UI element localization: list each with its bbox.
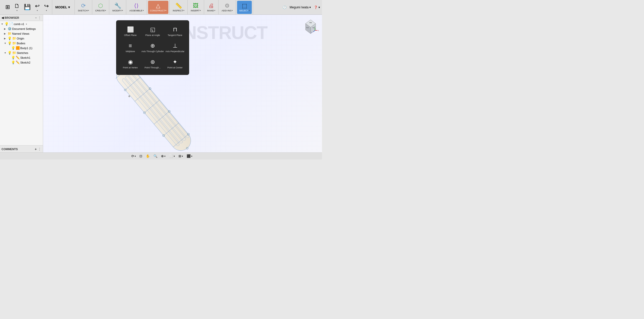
axis-cylinder-icon: ⊕ [150, 43, 155, 49]
grid-button[interactable]: ⊞ [3, 1, 12, 14]
comments-label: COMMENTS [2, 148, 18, 151]
display-icon: ⬜ [169, 154, 173, 158]
main-content: ◀ BROWSER − ⋮ ▼ 💡 📄 comb v1 ● ▶ ⚙️ Docum… [0, 15, 322, 152]
tree-label-origin: Origin [17, 37, 24, 40]
sidebar-resize-handle[interactable]: ⋮ [38, 16, 41, 20]
bottom-center-tools: ⟳ ▾ ⊡ ✋ 🔍 ⊕ ▾ ⬜ ▾ ⊞ ▾ ⬛ ▾ [131, 154, 193, 158]
select-label: SELECT ▾ [239, 9, 250, 12]
point-center-button[interactable]: ✦ Point at Center [165, 57, 185, 71]
addins-button[interactable]: ⚙ ADD-INS ▾ [220, 1, 235, 14]
assemble-button[interactable]: ⟨⟩ ASSEMBLE ▾ [127, 1, 146, 14]
tree-item-body1[interactable]: 💡 🟧 Body1 (1) [0, 46, 43, 50]
redo-arrow: ▾ [46, 9, 47, 12]
view-options-button[interactable]: ⬛ ▾ [186, 154, 193, 158]
light-icon-sketch1: 💡 [11, 56, 15, 59]
make-button[interactable]: 🖨 MAKE ▾ [205, 1, 217, 14]
bodies-folder-icon: 📁 [12, 41, 16, 45]
select-button[interactable]: ⬚ SELECT ▾ [237, 1, 252, 14]
tree-item-namedviews[interactable]: ▶ 📁 Named Views [0, 31, 43, 36]
hand-button[interactable]: ✋ [145, 154, 151, 158]
inspect-button[interactable]: 📏 INSPECT ▾ [171, 1, 186, 14]
help-arrow: ▾ [318, 6, 320, 9]
point-vertex-button[interactable]: ◉ Point at Vertex [120, 57, 140, 71]
svg-text:Z: Z [311, 32, 312, 33]
tree-item-sketches[interactable]: ▼ 💡 📁 Sketches [0, 50, 43, 55]
model-selector[interactable]: MODEL ▾ [53, 4, 72, 10]
add-comment-button[interactable]: + [35, 147, 37, 151]
sketch-group: ⟳ SKETCH ▾ [75, 0, 92, 15]
tree-label-sketch1: Sketch1 [20, 56, 30, 59]
light-icon-body1: 💡 [11, 46, 15, 50]
redo-button[interactable]: ↪ ▾ [42, 1, 51, 14]
display-mode-button[interactable]: ⬜ ▾ [168, 154, 176, 158]
tree-item-docsettings[interactable]: ▶ ⚙️ Document Settings [0, 26, 43, 31]
offset-plane-icon: ⬜ [127, 26, 134, 33]
tree-label-sketch2: Sketch2 [20, 61, 30, 64]
offset-plane-button[interactable]: ⬜ Offset Plane [120, 24, 140, 38]
save-button[interactable]: 💾 [22, 1, 33, 14]
svg-text:top: top [309, 22, 312, 23]
point-through-icon: ⊛ [150, 59, 155, 65]
light-icon-sketch2: 💡 [11, 61, 15, 64]
pan-button[interactable]: ⊡ [139, 154, 143, 158]
construct-button[interactable]: △ CONSTRUCT ▾ [148, 1, 169, 14]
viewcube[interactable]: top right front X Y Z [302, 17, 319, 35]
point-through-button[interactable]: ⊛ Point Through... [142, 57, 163, 71]
viewcube-svg: top right front X Y Z [302, 17, 319, 35]
comments-section [2, 155, 4, 158]
canvas-area[interactable]: ⬜ Offset Plane ◱ Plane at Angle ⊓ Tangen… [43, 15, 322, 152]
zoom-button[interactable]: 🔍 [153, 154, 158, 158]
file-icon-root: 📄 [9, 22, 13, 26]
sketch-icon: ⟳ [81, 3, 86, 9]
make-label: MAKE ▾ [207, 9, 215, 12]
tree-item-root[interactable]: ▼ 💡 📄 comb v1 ● [0, 22, 43, 26]
toolbar-inner: ⊞ 🗋 ▾ 💾 ↩ ▾ ↪ ▾ MODEL ▾ [2, 0, 320, 15]
axis-perp-button[interactable]: ⊥ Axis Perpendicular [165, 41, 185, 55]
tree-item-bodies[interactable]: ▼ 💡 📁 Bodies [0, 41, 43, 46]
modify-label: MODIFY ▾ [112, 9, 123, 12]
orbit-button[interactable]: ⟳ ▾ [131, 154, 137, 158]
svg-rect-4 [122, 78, 180, 147]
zoom-window-button[interactable]: ⊕ ▾ [160, 154, 166, 158]
sketch-button[interactable]: ⟳ SKETCH ▾ [76, 1, 91, 14]
model-dropdown-arrow: ▾ [68, 5, 70, 9]
help-icon: ❓ [314, 6, 318, 9]
new-file-button[interactable]: 🗋 ▾ [12, 1, 22, 14]
fit-icon: ⊡ [139, 154, 142, 158]
modify-button[interactable]: 🔧 MODIFY ▾ [110, 1, 125, 14]
user-menu[interactable]: Megumi Iwata ▾ [290, 6, 311, 9]
modify-group: 🔧 MODIFY ▾ [109, 0, 126, 15]
tree-item-origin[interactable]: ▶ 💡 📁 Origin [0, 36, 43, 41]
tree-arrow-bodies: ▼ [4, 42, 7, 45]
tree-arrow-sketches: ▼ [4, 52, 7, 54]
undo-button[interactable]: ↩ ▾ [33, 1, 42, 14]
inspect-icon: 📏 [175, 3, 182, 9]
sidebar-bottom-resize[interactable]: ⋮ [38, 147, 41, 151]
browser-label: BROWSER [5, 16, 19, 19]
body1-icon: 🟧 [16, 46, 20, 50]
sketch-label: SKETCH ▾ [78, 9, 89, 12]
create-button[interactable]: ⬡ CREATE ▾ [93, 1, 108, 14]
tangent-plane-button[interactable]: ⊓ Tangent Plane [165, 24, 185, 38]
light-icon-root: 💡 [5, 22, 9, 26]
create-icon: ⬡ [98, 3, 103, 9]
help-button[interactable]: ❓ ▾ [314, 6, 320, 9]
tree-item-sketch1[interactable]: 💡 ✏️ Sketch1 [0, 55, 43, 60]
sidebar-header-left: ◀ BROWSER [2, 16, 19, 19]
tree-item-sketch2[interactable]: 💡 ✏️ Sketch2 [0, 60, 43, 65]
axis-perp-icon: ⊥ [173, 43, 177, 49]
collapse-arrow[interactable]: ◀ [2, 16, 4, 19]
user-name: Megumi Iwata [290, 6, 309, 9]
view-arrow: ▾ [191, 155, 192, 157]
axis-cylinder-button[interactable]: ⊕ Axis Through Cylinder [142, 41, 163, 55]
origin-folder-icon: 📁 [12, 36, 16, 40]
grid-display-button[interactable]: ⊞ ▾ [178, 154, 184, 158]
plane-at-angle-button[interactable]: ◱ Plane at Angle [142, 24, 163, 38]
construct-label: CONSTRUCT ▾ [150, 9, 167, 12]
save-icon: 💾 [24, 4, 31, 10]
tree-arrow-docsettings: ▶ [4, 28, 7, 30]
history-button[interactable]: 🕐 [283, 6, 287, 9]
insert-button[interactable]: 🖼 INSERT ▾ [189, 1, 203, 14]
midplane-button[interactable]: ≡ Midplane [120, 41, 140, 55]
sidebar-collapse-icon[interactable]: − [35, 16, 37, 19]
